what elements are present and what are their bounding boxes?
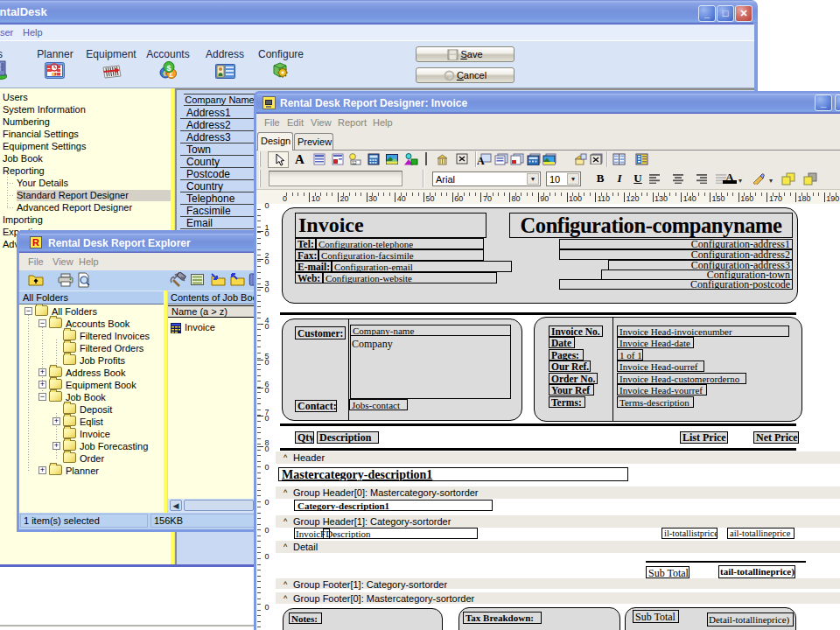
svg-text:12: 12: [352, 160, 357, 165]
svg-text:$: $: [167, 64, 172, 73]
svg-text:A: A: [477, 155, 485, 166]
